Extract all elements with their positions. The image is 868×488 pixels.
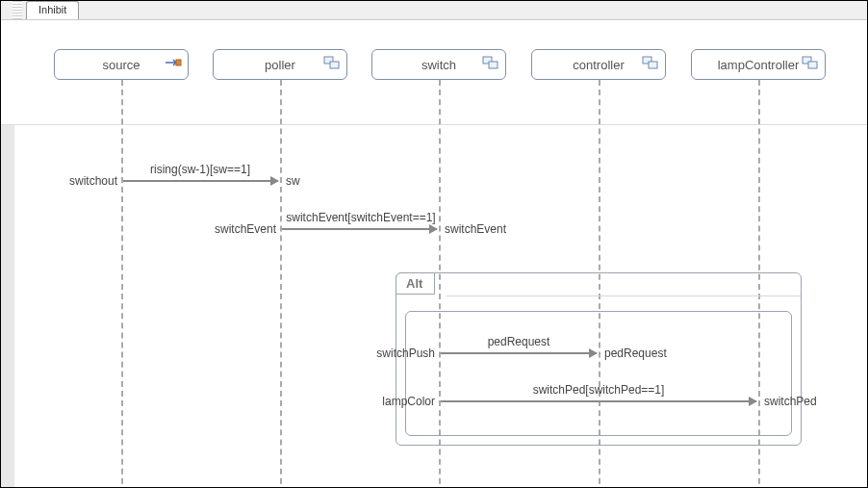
lifeline-label: controller xyxy=(573,58,624,72)
message-label: switchEvent[switchEvent==1] xyxy=(286,211,435,224)
message-target-label: pedRequest xyxy=(604,347,667,360)
lifeline-source xyxy=(121,80,123,488)
composite-icon xyxy=(802,56,819,69)
lifeline-head-poller[interactable]: poller xyxy=(213,49,347,80)
lifeline-label: switch xyxy=(421,58,456,72)
interaction-operand[interactable] xyxy=(405,311,792,436)
lifeline-label: source xyxy=(102,58,140,72)
message-arrow[interactable] xyxy=(441,352,597,354)
message-label: pedRequest xyxy=(488,335,550,348)
svg-rect-4 xyxy=(489,62,498,68)
root-input-icon xyxy=(165,56,182,69)
svg-rect-6 xyxy=(649,62,657,68)
lifeline-poller xyxy=(280,80,282,488)
message-arrow[interactable] xyxy=(123,180,278,182)
message-label: switchPed[switchPed==1] xyxy=(533,383,665,397)
message-source-label: switchout xyxy=(57,174,117,188)
message-target-label: switchEvent xyxy=(445,222,506,236)
message-source-label: switchEvent xyxy=(203,222,276,236)
fragment-operator: Alt xyxy=(396,272,435,295)
lifeline-head-source[interactable]: source xyxy=(54,49,189,80)
message-target-label: sw xyxy=(286,174,300,188)
left-gutter xyxy=(1,124,14,488)
tab-drag-handle[interactable] xyxy=(13,1,22,19)
message-source-label: switchPush xyxy=(369,347,435,360)
message-label: rising(sw-1)[sw==1] xyxy=(150,163,250,176)
lifeline-label: poller xyxy=(265,58,295,72)
message-target-label: switchPed xyxy=(764,395,817,408)
tab-bar: Inhibit xyxy=(1,1,867,20)
message-arrow[interactable] xyxy=(441,400,756,402)
message-source-label: lampColor xyxy=(374,395,435,408)
lifeline-head-lampcontroller[interactable]: lampController xyxy=(691,49,826,80)
svg-rect-8 xyxy=(808,62,817,68)
message-arrow[interactable] xyxy=(282,228,437,230)
tab-inhibit[interactable]: Inhibit xyxy=(26,1,79,19)
lifeline-head-controller[interactable]: controller xyxy=(531,49,666,80)
diagram-canvas[interactable]: source poller switch controller lampCont… xyxy=(1,20,867,488)
svg-rect-0 xyxy=(176,60,181,65)
composite-icon xyxy=(323,56,341,69)
svg-rect-2 xyxy=(330,62,339,68)
composite-icon xyxy=(642,56,659,69)
fragment-header-separator xyxy=(447,273,801,296)
content-separator xyxy=(1,124,867,125)
lifeline-label: lampController xyxy=(718,58,800,72)
lifeline-head-switch[interactable]: switch xyxy=(371,49,506,80)
composite-icon xyxy=(482,56,499,69)
